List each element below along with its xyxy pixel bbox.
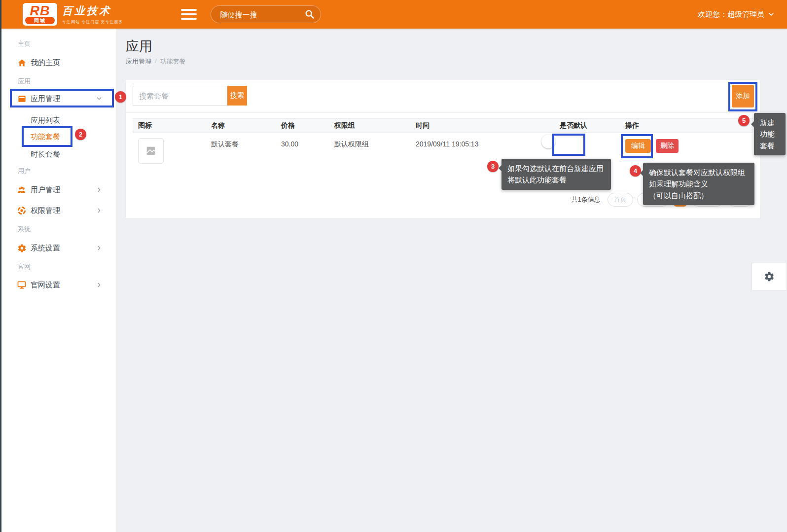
logo[interactable]: RB 同城 百业技术 专注网站 专注门店 更专注服务 — [23, 3, 123, 26]
section-system: 系统 — [18, 225, 31, 234]
chevron-right-icon — [96, 207, 103, 214]
subitem-label: 应用列表 — [31, 116, 60, 125]
breadcrumb-separator: / — [155, 57, 157, 66]
topbar: RB 同城 百业技术 专注网站 专注门店 更专注服务 欢迎您：超级管理员 — [0, 0, 787, 29]
sidebar-item-label: 应用管理 — [31, 94, 60, 104]
row-group: 默认权限组 — [334, 134, 416, 171]
section-user: 用户 — [18, 167, 31, 176]
delete-button[interactable]: 删除 — [656, 139, 679, 153]
breadcrumb-app-mgmt[interactable]: 应用管理 — [126, 57, 151, 66]
tooltip-edit-line1: 确保默认套餐对应默认权限组 — [649, 167, 749, 178]
gear-icon — [17, 243, 27, 253]
col-group: 权限组 — [334, 121, 416, 130]
tooltip-edit-line3: （可以自由搭配） — [649, 190, 749, 201]
tooltip-edit: 确保默认套餐对应默认权限组 如果理解功能含义 （可以自由搭配） — [643, 163, 754, 205]
sidebar-item-label: 权限管理 — [31, 206, 60, 215]
col-default: 是否默认 — [560, 121, 625, 130]
col-icon: 图标 — [138, 121, 211, 130]
col-price: 价格 — [281, 121, 334, 130]
breadcrumb: 应用管理 / 功能套餐 — [126, 57, 186, 66]
global-search — [211, 5, 321, 23]
sidebar-item-user-mgmt[interactable]: 用户管理 — [0, 182, 116, 197]
search-icon[interactable] — [304, 9, 315, 20]
chevron-right-icon — [96, 282, 103, 288]
monitor-icon — [17, 280, 27, 290]
sidebar-subitem-app-list[interactable]: 应用列表 — [31, 114, 60, 127]
users-icon — [17, 185, 27, 195]
sidebar-item-label: 用户管理 — [31, 185, 60, 195]
sidebar-item-perm-mgmt[interactable]: 权限管理 — [0, 203, 116, 218]
welcome-text: 欢迎您：超级管理员 — [698, 10, 764, 19]
col-time: 时间 — [416, 121, 560, 130]
edit-button[interactable]: 编辑 — [625, 139, 651, 153]
brand-tagline: 专注网站 专注门店 更专注服务 — [62, 19, 123, 25]
subitem-label: 时长套餐 — [31, 150, 60, 159]
tooltip-add: 新建功能套餐 — [754, 113, 786, 155]
hamburger-menu-icon[interactable] — [181, 9, 197, 20]
page-first-button[interactable]: 首页 — [608, 193, 633, 207]
chevron-down-icon — [96, 95, 103, 102]
col-actions: 操作 — [625, 121, 753, 130]
toggle-knob — [541, 135, 555, 148]
col-name: 名称 — [211, 121, 281, 130]
tooltip-edit-line2: 如果理解功能含义 — [649, 178, 749, 189]
chevron-right-icon — [96, 245, 103, 251]
sidebar-item-label: 我的主页 — [31, 58, 60, 68]
brand-name: 百业技术 — [62, 4, 123, 18]
search-button[interactable]: 搜索 — [227, 86, 247, 106]
breadcrumb-current: 功能套餐 — [160, 57, 186, 66]
logo-city-band: 同城 — [25, 17, 55, 24]
step-badge-1: 1 — [115, 91, 126, 103]
sidebar-item-sys-settings[interactable]: 系统设置 — [0, 241, 116, 255]
package-icon-thumbnail — [138, 138, 164, 164]
chevron-down-icon — [767, 10, 775, 18]
screen-left-edge — [0, 0, 1, 532]
chevron-right-icon — [96, 186, 103, 193]
sidebar-subitem-fn-pkg[interactable]: 功能套餐 — [31, 130, 60, 143]
sidebar-item-label: 系统设置 — [31, 244, 60, 253]
life-ring-icon — [17, 206, 27, 215]
sidebar-item-app-mgmt[interactable]: 应用管理 — [0, 91, 116, 106]
add-button[interactable]: 添加 — [732, 85, 754, 107]
main-content: 应用 应用管理 / 功能套餐 搜索 添加 图标 名称 价格 权限组 时间 是否默… — [117, 29, 787, 532]
section-app: 应用 — [18, 77, 31, 86]
row-name: 默认套餐 — [211, 134, 281, 171]
step-badge-2: 2 — [75, 129, 86, 140]
sidebar: 主页 我的主页 应用 应用管理 应用列表 功能套餐 时长套餐 用户 用户管理 权… — [0, 29, 117, 532]
user-menu[interactable]: 欢迎您：超级管理员 — [698, 10, 775, 19]
broken-image-icon — [145, 145, 156, 156]
settings-flyout-button[interactable] — [751, 263, 787, 290]
page-title: 应用 — [126, 37, 152, 55]
sidebar-item-label: 官网设置 — [31, 281, 60, 290]
table-header: 图标 名称 价格 权限组 时间 是否默认 操作 — [133, 118, 753, 133]
pagination-info: 共1条信息 — [572, 195, 601, 204]
sidebar-item-my-home[interactable]: 我的主页 — [0, 55, 116, 70]
toolbar-divider — [126, 112, 760, 113]
logo-rb-box: RB 同城 — [23, 3, 57, 26]
tooltip-default-toggle: 如果勾选默认在前台新建应用将默认此功能套餐 — [501, 159, 611, 190]
sidebar-subitem-time-pkg[interactable]: 时长套餐 — [31, 148, 60, 161]
brand-block: 百业技术 专注网站 专注门店 更专注服务 — [62, 4, 123, 25]
window-icon — [17, 94, 27, 104]
sidebar-item-site-settings[interactable]: 官网设置 — [0, 278, 116, 292]
subitem-label: 功能套餐 — [31, 132, 60, 142]
section-site: 官网 — [18, 262, 31, 271]
row-price: 30.00 — [281, 134, 334, 171]
package-search-input[interactable] — [133, 86, 227, 106]
section-home: 主页 — [18, 39, 31, 48]
gear-icon — [764, 271, 775, 282]
home-icon — [17, 58, 27, 68]
